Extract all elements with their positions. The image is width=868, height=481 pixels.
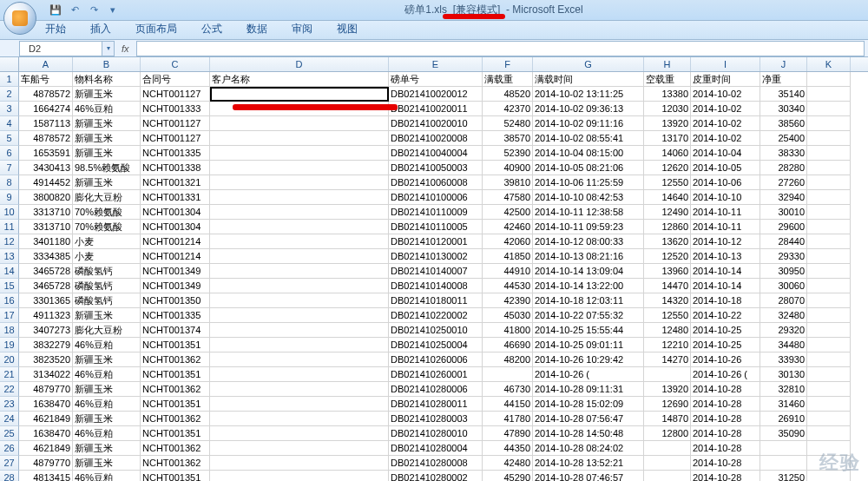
- ribbon-tab-0[interactable]: 开始: [42, 19, 69, 39]
- data-cell[interactable]: 30950: [760, 264, 807, 279]
- col-header-B[interactable]: B: [73, 57, 141, 71]
- data-cell[interactable]: DB021410020012: [389, 87, 483, 102]
- data-cell[interactable]: 29330: [760, 249, 807, 264]
- data-cell[interactable]: NCHT001338: [141, 161, 210, 175]
- col-header-F[interactable]: F: [483, 57, 533, 71]
- grid-body[interactable]: 1车船号物料名称合同号客户名称磅单号满载重满载时间空载重皮重时间净重248785…: [0, 72, 868, 481]
- data-cell[interactable]: [807, 102, 851, 116]
- data-cell[interactable]: NCHT001335: [141, 146, 210, 161]
- data-cell[interactable]: [807, 382, 851, 397]
- col-header-H[interactable]: H: [644, 57, 691, 71]
- data-cell[interactable]: [210, 161, 389, 175]
- data-cell[interactable]: [210, 441, 389, 456]
- data-cell[interactable]: NCHT001127: [141, 87, 210, 102]
- data-cell[interactable]: 38560: [760, 116, 807, 131]
- data-cell[interactable]: DB021410100006: [389, 190, 483, 205]
- data-cell[interactable]: NCHT001362: [141, 353, 210, 367]
- data-cell[interactable]: NCHT001214: [141, 249, 210, 264]
- data-cell[interactable]: 新疆玉米: [73, 382, 141, 397]
- row-header[interactable]: 16: [0, 293, 19, 308]
- data-cell[interactable]: 35090: [760, 426, 807, 441]
- data-cell[interactable]: 3430413: [19, 161, 73, 175]
- data-cell[interactable]: 4621849: [19, 441, 73, 456]
- data-cell[interactable]: NCHT001351: [141, 338, 210, 353]
- data-cell[interactable]: NCHT001362: [141, 441, 210, 456]
- data-cell[interactable]: 25400: [760, 131, 807, 146]
- data-cell[interactable]: 2014-10-26 (: [533, 367, 644, 382]
- data-cell[interactable]: 2014-10-18: [691, 293, 760, 308]
- header-cell[interactable]: 客户名称: [210, 72, 389, 87]
- data-cell[interactable]: [210, 87, 389, 102]
- data-cell[interactable]: DB021410140007: [389, 264, 483, 279]
- data-cell[interactable]: 2014-10-18 12:03:11: [533, 293, 644, 308]
- data-cell[interactable]: 2014-10-04 08:15:00: [533, 146, 644, 161]
- data-cell[interactable]: DB021410280008: [389, 456, 483, 471]
- data-cell[interactable]: [807, 279, 851, 293]
- data-cell[interactable]: 2014-10-28: [691, 426, 760, 441]
- data-cell[interactable]: 14470: [644, 279, 691, 293]
- data-cell[interactable]: 14320: [644, 293, 691, 308]
- data-cell[interactable]: [210, 426, 389, 441]
- data-cell[interactable]: 45290: [483, 471, 533, 481]
- data-cell[interactable]: 2014-10-12 08:00:33: [533, 234, 644, 249]
- data-cell[interactable]: 2014-10-06: [691, 175, 760, 190]
- data-cell[interactable]: 46%豆粕: [73, 102, 141, 116]
- data-cell[interactable]: 14270: [644, 353, 691, 367]
- data-cell[interactable]: 12030: [644, 102, 691, 116]
- data-cell[interactable]: NCHT001362: [141, 412, 210, 426]
- row-header[interactable]: 18: [0, 323, 19, 338]
- data-cell[interactable]: [807, 87, 851, 102]
- data-cell[interactable]: 3313710: [19, 205, 73, 220]
- data-cell[interactable]: NCHT001349: [141, 264, 210, 279]
- data-cell[interactable]: DB021410140008: [389, 279, 483, 293]
- data-cell[interactable]: NCHT001351: [141, 426, 210, 441]
- data-cell[interactable]: 45030: [483, 308, 533, 323]
- data-cell[interactable]: [210, 397, 389, 412]
- data-cell[interactable]: 70%赖氨酸: [73, 205, 141, 220]
- data-cell[interactable]: 2014-10-26 10:29:42: [533, 353, 644, 367]
- name-box-dropdown-icon[interactable]: ▾: [102, 41, 115, 56]
- data-cell[interactable]: 46690: [483, 338, 533, 353]
- data-cell[interactable]: 2014-10-14: [691, 279, 760, 293]
- data-cell[interactable]: 14060: [644, 146, 691, 161]
- data-cell[interactable]: 12550: [644, 175, 691, 190]
- data-cell[interactable]: NCHT001362: [141, 456, 210, 471]
- data-cell[interactable]: 2014-10-22 07:55:32: [533, 308, 644, 323]
- data-cell[interactable]: NCHT001304: [141, 205, 210, 220]
- data-cell[interactable]: 4878572: [19, 87, 73, 102]
- data-cell[interactable]: 2014-10-02: [691, 131, 760, 146]
- data-cell[interactable]: [644, 441, 691, 456]
- header-cell[interactable]: 净重: [760, 72, 807, 87]
- data-cell[interactable]: [210, 131, 389, 146]
- data-cell[interactable]: 4878572: [19, 131, 73, 146]
- data-cell[interactable]: 3823520: [19, 353, 73, 367]
- data-cell[interactable]: DB021410040004: [389, 146, 483, 161]
- data-cell[interactable]: NCHT001321: [141, 175, 210, 190]
- header-cell[interactable]: [807, 72, 851, 87]
- data-cell[interactable]: 2014-10-11: [691, 220, 760, 234]
- fx-icon[interactable]: fx: [122, 43, 129, 54]
- data-cell[interactable]: 2014-10-13: [691, 249, 760, 264]
- data-cell[interactable]: 2014-10-14 13:22:00: [533, 279, 644, 293]
- row-header[interactable]: 25: [0, 426, 19, 441]
- data-cell[interactable]: 13920: [644, 116, 691, 131]
- ribbon-tab-2[interactable]: 页面布局: [132, 19, 181, 39]
- data-cell[interactable]: [644, 367, 691, 382]
- data-cell[interactable]: 新疆玉米: [73, 146, 141, 161]
- data-cell[interactable]: 28070: [760, 293, 807, 308]
- data-cell[interactable]: [210, 279, 389, 293]
- data-cell[interactable]: 2014-10-10: [691, 190, 760, 205]
- row-header[interactable]: 1: [0, 72, 19, 87]
- data-cell[interactable]: NCHT001331: [141, 190, 210, 205]
- data-cell[interactable]: 13620: [644, 234, 691, 249]
- row-header[interactable]: 20: [0, 353, 19, 367]
- data-cell[interactable]: 13960: [644, 264, 691, 279]
- data-cell[interactable]: DB021410180011: [389, 293, 483, 308]
- data-cell[interactable]: 1638470: [19, 397, 73, 412]
- qat-dropdown-icon[interactable]: ▾: [106, 3, 120, 17]
- header-cell[interactable]: 磅单号: [389, 72, 483, 87]
- data-cell[interactable]: 42480: [483, 456, 533, 471]
- col-header-D[interactable]: D: [210, 57, 389, 71]
- data-cell[interactable]: 2014-10-02: [691, 87, 760, 102]
- data-cell[interactable]: 42460: [483, 220, 533, 234]
